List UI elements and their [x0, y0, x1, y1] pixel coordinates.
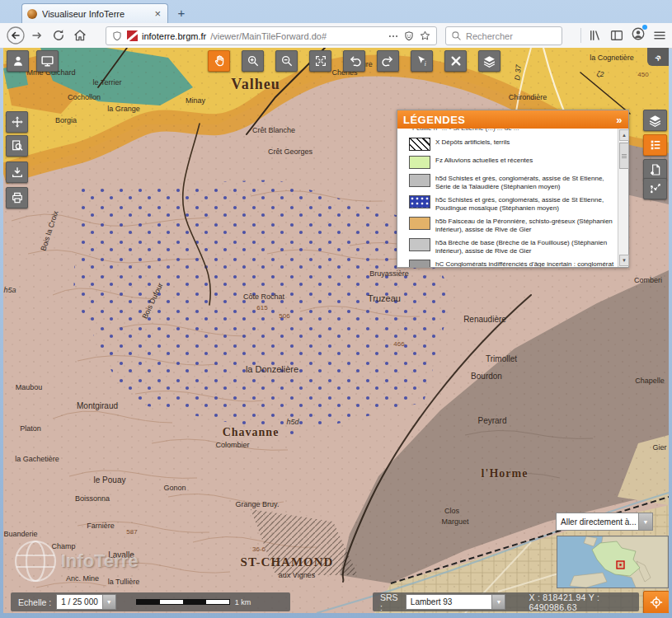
chevron-down-icon[interactable]: ▼: [491, 595, 505, 609]
legend-swatch: [409, 138, 430, 151]
srs-value: Lambert 93: [406, 597, 492, 606]
legend-swatch: [409, 238, 430, 251]
legend-swatch: [409, 174, 430, 187]
legend-item: hC Conglomérats indifférenciés d'âge inc…: [397, 257, 618, 267]
scroll-down-arrow[interactable]: ▼: [619, 255, 629, 266]
download-button[interactable]: [6, 162, 28, 183]
scale-select[interactable]: 1 / 25 000 ▼: [56, 594, 115, 610]
undo-button[interactable]: [343, 50, 365, 72]
print-button[interactable]: [6, 187, 28, 208]
page-actions-icon[interactable]: [388, 30, 399, 42]
tab-close-button[interactable]: ×: [153, 7, 162, 20]
url-domain: infoterre.brgm.fr: [142, 31, 206, 41]
zoom-out-button[interactable]: [275, 50, 298, 72]
legend-item: X Dépôts artificiels, terrils: [397, 135, 618, 153]
goto-select[interactable]: Aller directement à... ▼: [556, 513, 653, 531]
screen-button[interactable]: [36, 50, 59, 72]
back-button[interactable]: [5, 25, 26, 46]
pocket-icon[interactable]: [403, 30, 415, 42]
search-bar[interactable]: Rechercher: [445, 26, 562, 45]
home-button[interactable]: [69, 25, 91, 46]
svg-text:i: i: [424, 60, 425, 68]
zoom-extent-button[interactable]: [309, 50, 331, 72]
collapse-legend-icon[interactable]: »: [616, 114, 623, 126]
brgm-site-icon: [127, 30, 138, 41]
sidebar-icon[interactable]: [609, 28, 624, 43]
zoom-in-button[interactable]: [242, 50, 264, 72]
chevron-down-icon[interactable]: ▼: [102, 595, 115, 609]
notification-dot: [642, 25, 647, 30]
layers-panel-button[interactable]: [643, 110, 667, 131]
legend-item: h5d Schistes et grès, conglomérats, assi…: [397, 171, 618, 193]
goto-value: Aller directement à...: [557, 517, 638, 527]
tab-bar: Visualiseur InfoTerre × +: [0, 0, 672, 23]
scroll-thumb[interactable]: [619, 143, 629, 169]
srs-select[interactable]: Lambert 93 ▼: [406, 594, 506, 610]
legend-swatch: [409, 217, 430, 230]
legend-item: Fz Alluvions actuelles et récentes: [397, 153, 618, 171]
legend-panel-button[interactable]: [643, 134, 667, 156]
legend-item-label: Fz Alluvions actuelles et récentes: [435, 156, 533, 165]
legend-scrollbar[interactable]: ▲ ▼: [618, 129, 628, 267]
scale-value: 1 / 25 000: [57, 597, 101, 606]
menu-icon[interactable]: [652, 28, 667, 43]
legend-clipped-row: Feuille n° ... - St Etienne (...) ... de…: [397, 129, 618, 135]
toolbar-separator: [580, 28, 581, 43]
legend-body: Feuille n° ... - St Etienne (...) ... de…: [397, 129, 618, 267]
move-button[interactable]: [6, 111, 28, 133]
site-favicon: [27, 9, 37, 19]
scroll-up-arrow[interactable]: ▲: [619, 129, 629, 141]
scale-label: Echelle :: [18, 597, 51, 607]
srs-label: SRS :: [380, 592, 401, 612]
locate-button[interactable]: [643, 591, 669, 613]
user-button[interactable]: [7, 50, 29, 72]
legend-panel: LÉGENDES » Feuille n° ... - St Etienne (…: [397, 110, 629, 268]
account-icon[interactable]: [631, 26, 646, 44]
cursor-coordinates: X : 818421.94 Y : 6490986.63: [529, 592, 639, 612]
measure-button[interactable]: [643, 178, 667, 199]
srs-panel: SRS : Lambert 93 ▼ X : 818421.94 Y : 649…: [373, 592, 639, 611]
redo-button[interactable]: [377, 50, 399, 72]
legend-title: LÉGENDES: [403, 114, 466, 126]
scale-bar-panel: Echelle : 1 / 25 000 ▼ 1 km: [11, 592, 290, 611]
legend-item-label: hC Conglomérats indifférenciés d'âge inc…: [435, 260, 614, 267]
legend-header[interactable]: LÉGENDES »: [397, 110, 628, 129]
legend-swatch: [409, 260, 430, 267]
map-viewport[interactable]: ValheuCellieuChavannel'HormeST-CHAMONDau…: [3, 48, 669, 613]
layers-button[interactable]: [478, 50, 500, 72]
legend-item: h5c Schistes et grès, conglomérats, assi…: [397, 193, 618, 214]
shield-icon[interactable]: [111, 30, 123, 42]
navigation-bar: infoterre.brgm.fr /viewer/MainTileForwar…: [0, 23, 672, 49]
collapse-panel-button[interactable]: »: [647, 48, 669, 66]
tools-button[interactable]: [444, 50, 467, 72]
new-tab-button[interactable]: +: [172, 6, 191, 21]
pan-hand-button[interactable]: [208, 50, 230, 72]
scalebar-distance: 1 km: [235, 598, 251, 606]
crosshair-icon: [649, 595, 664, 610]
legend-item-label: h5c Schistes et grès, conglomérats, assi…: [435, 195, 614, 212]
legend-item-label: h5d Schistes et grès, conglomérats, assi…: [435, 174, 614, 190]
chevron-down-icon[interactable]: ▼: [638, 513, 652, 530]
bookmark-star-icon[interactable]: [419, 30, 431, 42]
window-frame: Visualiseur InfoTerre × + infoterre.brgm…: [0, 0, 672, 618]
url-path: /viewer/MainTileForward.do#: [210, 31, 383, 41]
legend-item: h5a Brèche de base (Brèche de la Fouillo…: [397, 236, 618, 257]
legend-item-label: X Dépôts artificiels, terrils: [435, 138, 510, 147]
forward-button[interactable]: [26, 25, 48, 46]
search-placeholder: Rechercher: [466, 31, 513, 41]
browser-tab[interactable]: Visualiseur InfoTerre ×: [21, 3, 168, 23]
url-bar[interactable]: infoterre.brgm.fr /viewer/MainTileForwar…: [106, 26, 437, 45]
legend-item: h5b Faisceau de la Péronnière, schisto-g…: [397, 214, 618, 236]
reload-button[interactable]: [48, 25, 69, 46]
legend-swatch: [409, 195, 430, 208]
legend-item-label: h5a Brèche de base (Brèche de la Fouillo…: [435, 238, 614, 255]
legend-swatch: [409, 156, 430, 169]
info-pointer-button[interactable]: i: [411, 50, 433, 72]
scalebar-graphic: [136, 599, 230, 605]
library-icon[interactable]: [588, 28, 603, 43]
search-document-button[interactable]: [6, 135, 28, 157]
overview-map[interactable]: [557, 536, 669, 588]
tab-title: Visualiseur InfoTerre: [42, 9, 148, 19]
legend-item-label: h5b Faisceau de la Péronnière, schisto-g…: [435, 217, 614, 233]
search-icon: [451, 30, 462, 41]
